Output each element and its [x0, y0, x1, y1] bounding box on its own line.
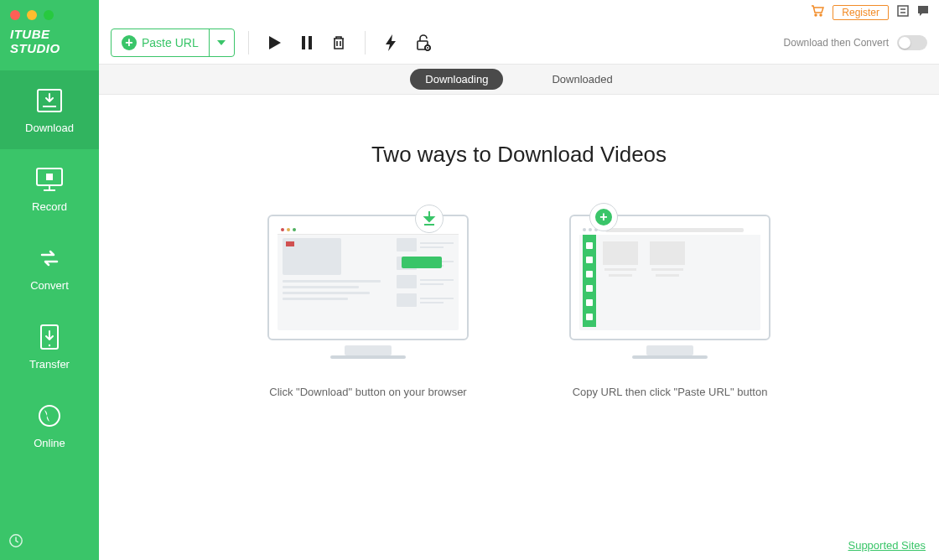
tab-downloading[interactable]: Downloading: [410, 69, 503, 90]
way-browser-download: Click "Download" button on your browser: [267, 215, 469, 398]
sidebar-item-label: Convert: [30, 279, 69, 292]
close-window-button[interactable]: [10, 10, 20, 20]
content-area: Two ways to Download Videos: [99, 95, 939, 560]
app-brand: ITUBE STUDIO: [0, 27, 99, 70]
download-convert-label: Download then Convert: [784, 37, 889, 49]
monitor-illustration: +: [569, 215, 770, 357]
svg-rect-12: [898, 6, 908, 16]
sidebar-item-online[interactable]: Online: [0, 386, 99, 464]
toolbar-right: Download then Convert: [784, 35, 927, 50]
download-convert-toggle[interactable]: [897, 35, 927, 50]
content-headline: Two ways to Download Videos: [371, 142, 667, 168]
paste-url-button[interactable]: + Paste URL: [112, 35, 209, 50]
menu-list-icon[interactable]: [897, 5, 909, 20]
svg-point-11: [820, 14, 822, 16]
maximize-window-button[interactable]: [44, 10, 54, 20]
convert-arrows-icon: [35, 244, 64, 272]
history-clock-icon[interactable]: [8, 537, 23, 551]
plus-circle-icon: +: [589, 203, 618, 231]
supported-sites-link[interactable]: Supported Sites: [848, 539, 926, 552]
sidebar-footer: [0, 525, 99, 560]
pause-button[interactable]: [294, 30, 319, 55]
main-area: Register + Paste URL: [99, 0, 939, 560]
globe-icon: [35, 402, 64, 430]
turbo-button[interactable]: [379, 30, 404, 55]
register-button[interactable]: Register: [833, 5, 889, 20]
top-bar: Register: [99, 0, 939, 21]
sidebar-item-download[interactable]: Download: [0, 70, 99, 149]
sidebar-item-label: Online: [34, 437, 65, 449]
svg-rect-21: [424, 224, 434, 226]
play-button[interactable]: [262, 30, 288, 55]
separator: [365, 31, 366, 54]
sidebar-item-label: Transfer: [29, 358, 70, 371]
transfer-device-icon: [35, 323, 64, 351]
toolbar: + Paste URL: [99, 21, 939, 65]
svg-point-10: [815, 14, 817, 16]
sidebar-item-label: Record: [32, 200, 67, 213]
tab-downloaded[interactable]: Downloaded: [537, 69, 627, 90]
sidebar-nav: Download Record Convert: [0, 70, 99, 464]
svg-point-8: [39, 406, 60, 426]
monitor-illustration: [267, 215, 469, 357]
plus-circle-icon: +: [122, 35, 137, 50]
sidebar-item-label: Download: [25, 122, 74, 134]
way-paste-url: + Copy URL then click "Paste URL" button: [569, 215, 770, 398]
download-tray-icon: [35, 86, 64, 115]
sidebar-item-record[interactable]: Record: [0, 149, 99, 228]
paste-url-button-group: + Paste URL: [111, 29, 235, 57]
sidebar-item-convert[interactable]: Convert: [0, 228, 99, 307]
svg-point-20: [427, 47, 428, 49]
svg-rect-15: [302, 36, 305, 49]
paste-url-label: Paste URL: [142, 36, 199, 49]
cart-icon[interactable]: [811, 5, 824, 20]
sidebar-item-transfer[interactable]: Transfer: [0, 307, 99, 386]
svg-rect-16: [309, 36, 312, 49]
window-controls: [0, 0, 99, 27]
feedback-icon[interactable]: [917, 5, 929, 20]
download-arrow-icon: [415, 205, 444, 233]
svg-point-7: [49, 344, 50, 345]
way-caption: Copy URL then click "Paste URL" button: [573, 386, 768, 398]
tabs: Downloading Downloaded: [99, 65, 939, 95]
separator: [248, 31, 249, 54]
unlock-button[interactable]: [411, 30, 436, 55]
minimize-window-button[interactable]: [27, 10, 37, 20]
paste-url-dropdown[interactable]: [209, 29, 234, 57]
way-caption: Click "Download" button on your browser: [269, 386, 466, 398]
sidebar: ITUBE STUDIO Download Recor: [0, 0, 99, 560]
record-screen-icon: [35, 165, 64, 194]
svg-rect-3: [46, 174, 53, 180]
delete-button[interactable]: [326, 30, 351, 55]
ways-row: Click "Download" button on your browser: [267, 215, 770, 398]
